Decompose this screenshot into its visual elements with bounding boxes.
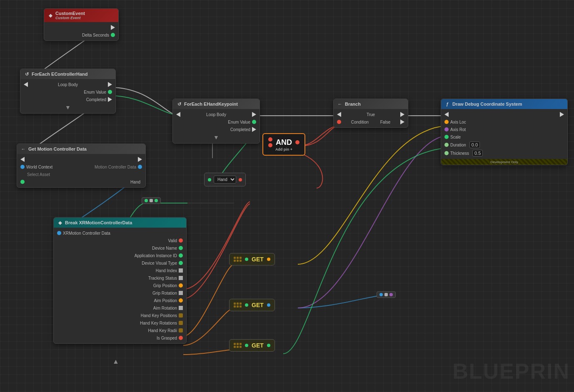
grip-rotation-pin[interactable] xyxy=(179,291,183,295)
custom-event-subtitle: Custom Event xyxy=(55,16,85,20)
tracking-status-pin[interactable] xyxy=(179,276,183,280)
small-connector-1 xyxy=(142,197,161,204)
custom-event-exec-out-pin[interactable] xyxy=(111,25,115,30)
get-motion-title: Get Motion Controller Data xyxy=(28,146,87,151)
grip-position-pin[interactable] xyxy=(179,283,183,288)
hand-key-radii-pin[interactable] xyxy=(179,328,183,332)
duration-pin[interactable] xyxy=(444,143,449,147)
hand-key-rotations-pin[interactable] xyxy=(179,321,183,325)
connector-2-pin-1[interactable] xyxy=(379,293,383,296)
device-name-pin[interactable] xyxy=(179,246,183,250)
keypoint-completed-pin[interactable] xyxy=(252,127,256,132)
connector-pin-3[interactable] xyxy=(155,199,158,202)
keypoint-enum-row: Enum Value xyxy=(173,118,260,126)
keypoint-expand-icon[interactable]: ▼ xyxy=(213,134,219,141)
grip-rotation-label: Grip Rotation xyxy=(152,291,177,295)
loop-body-pin[interactable] xyxy=(108,82,112,87)
draw-exec-row xyxy=(441,111,567,118)
aim-position-pin[interactable] xyxy=(179,298,183,303)
draw-exec-in[interactable] xyxy=(444,112,449,117)
connector-pin-2[interactable] xyxy=(150,199,153,202)
duration-value[interactable]: 0.0 xyxy=(469,141,480,148)
completed-pin[interactable] xyxy=(108,97,112,102)
branch-condition-label: Condition xyxy=(351,120,369,124)
get-node-2-grid xyxy=(234,303,242,308)
aim-position-label: Aim Position xyxy=(154,298,177,303)
valid-row: Valid xyxy=(54,237,186,244)
and-in-pin-2[interactable] xyxy=(268,143,272,147)
get-node-1-out[interactable] xyxy=(267,258,270,261)
get-motion-exec-in[interactable] xyxy=(20,157,25,162)
and-out-pin[interactable] xyxy=(295,140,299,144)
bottom-expand-indicator[interactable]: ▲ xyxy=(112,358,119,365)
app-instance-pin[interactable] xyxy=(179,253,183,258)
foreach-controller-header: ↺ ForEach EControllerHand xyxy=(20,69,115,79)
branch-true-pin[interactable] xyxy=(400,112,404,117)
and-in-pin-1[interactable] xyxy=(268,137,272,141)
keypoint-loop-label: Loop Body xyxy=(206,112,226,117)
get-motion-exec-out[interactable] xyxy=(138,157,142,162)
is-grasped-row: Is Grasped xyxy=(54,334,186,342)
hand-dropdown-select[interactable]: Hand xyxy=(214,176,236,184)
scale-pin[interactable] xyxy=(444,135,449,139)
keypoint-loop-pin[interactable] xyxy=(252,112,256,117)
foreach-keypoint-node: ↺ ForEach EHandKeypoint Loop Body Enum V… xyxy=(172,99,260,144)
axis-rot-pin[interactable] xyxy=(444,127,449,131)
valid-label: Valid xyxy=(168,238,177,243)
keypoint-enum-pin[interactable] xyxy=(252,120,256,124)
tracking-status-row: Tracking Status xyxy=(54,274,186,282)
draw-exec-out[interactable] xyxy=(560,112,564,117)
motion-data-label: Motion Controller Data xyxy=(56,165,136,169)
select-asset-row: Select Asset xyxy=(17,171,145,178)
draw-debug-node: ƒ Draw Debug Coordinate System Axis Loc … xyxy=(441,99,568,165)
axis-loc-pin[interactable] xyxy=(444,120,449,124)
world-context-row: World Context Motion Controller Data xyxy=(17,163,145,171)
get-node-1: GET xyxy=(229,253,275,265)
branch-exec-in[interactable] xyxy=(337,112,341,117)
get-node-1-in[interactable] xyxy=(245,258,248,261)
get-node-3-out[interactable] xyxy=(267,344,270,347)
get-node-3-label: GET xyxy=(252,342,264,349)
duration-label: Duration xyxy=(450,143,466,147)
connector-pin-1[interactable] xyxy=(145,199,148,202)
get-node-2-out[interactable] xyxy=(267,303,270,307)
motion-data-pin[interactable] xyxy=(138,165,142,169)
xr-motion-pin[interactable] xyxy=(57,231,61,235)
delta-seconds-pin[interactable] xyxy=(111,33,115,37)
hand-key-positions-pin[interactable] xyxy=(179,313,183,318)
connector-2-pin-3[interactable] xyxy=(389,293,393,296)
branch-false-pin[interactable] xyxy=(400,119,404,124)
and-add-pin-label[interactable]: Add pin + xyxy=(275,147,292,151)
device-visual-pin[interactable] xyxy=(179,261,183,265)
thickness-label: Thickness xyxy=(450,151,469,156)
hand-index-pin[interactable] xyxy=(179,268,183,273)
hand-key-positions-label: Hand Key Positions xyxy=(141,313,177,318)
xr-motion-label: XRMotion Controller Data xyxy=(63,231,110,236)
enum-value-pin[interactable] xyxy=(108,90,112,94)
foreach-controller-title: ForEach EControllerHand xyxy=(32,72,87,77)
world-context-pin[interactable] xyxy=(20,165,25,169)
get-node-3-in[interactable] xyxy=(245,344,248,347)
branch-exec-row: True xyxy=(334,111,408,118)
axis-rot-label: Axis Rot xyxy=(450,127,466,132)
thickness-pin[interactable] xyxy=(444,151,449,155)
hand-pin[interactable] xyxy=(20,180,25,184)
hand-dropdown-out-pin[interactable] xyxy=(239,178,242,181)
get-node-2-in[interactable] xyxy=(245,303,248,307)
hand-label: Hand xyxy=(130,180,140,184)
hand-dropdown-in-pin[interactable] xyxy=(208,178,211,181)
branch-condition-pin[interactable] xyxy=(337,120,341,124)
device-visual-label: Device Visual Type xyxy=(142,261,177,265)
is-grasped-pin[interactable] xyxy=(179,336,183,340)
controller-expand-icon[interactable]: ▼ xyxy=(65,104,71,111)
keypoint-exec-in[interactable] xyxy=(176,112,180,117)
thickness-value[interactable]: 0.5 xyxy=(472,150,483,156)
get-node-2-label: GET xyxy=(252,302,264,308)
aim-rotation-pin[interactable] xyxy=(179,306,183,310)
duration-row: Duration 0.0 xyxy=(441,141,567,149)
is-grasped-label: Is Grasped xyxy=(157,336,177,340)
controller-exec-in-pin[interactable] xyxy=(24,82,28,87)
valid-pin[interactable] xyxy=(179,238,183,243)
connector-2-pin-2[interactable] xyxy=(384,293,388,296)
custom-event-icon: ◆ xyxy=(47,12,53,18)
